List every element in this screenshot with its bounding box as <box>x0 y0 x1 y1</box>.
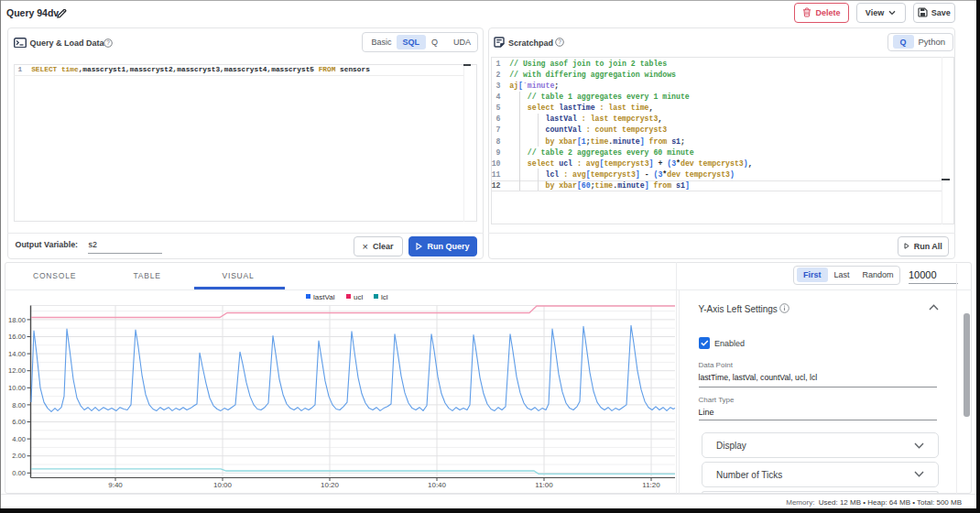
svg-text:2.00: 2.00 <box>12 452 26 460</box>
svg-text:4.00: 4.00 <box>12 435 26 443</box>
svg-text:10:40: 10:40 <box>428 481 447 489</box>
svg-text:16.00: 16.00 <box>8 333 26 341</box>
svg-text:11:20: 11:20 <box>642 481 660 489</box>
svg-text:?: ? <box>558 38 561 45</box>
svg-text:12.00: 12.00 <box>8 366 26 375</box>
svg-text:10:00: 10:00 <box>213 481 233 489</box>
svg-text:10.00: 10.00 <box>8 384 26 392</box>
svg-text:10:20: 10:20 <box>321 481 340 489</box>
svg-text:6.00: 6.00 <box>12 418 26 426</box>
svg-text:?: ? <box>106 39 110 46</box>
svg-text:0.00: 0.00 <box>12 469 26 477</box>
svg-text:8.00: 8.00 <box>12 401 26 409</box>
svg-text:14.00: 14.00 <box>8 350 26 358</box>
svg-text:11:00: 11:00 <box>535 481 553 489</box>
svg-text:9:40: 9:40 <box>108 481 123 489</box>
svg-text:18.00: 18.00 <box>8 316 26 324</box>
